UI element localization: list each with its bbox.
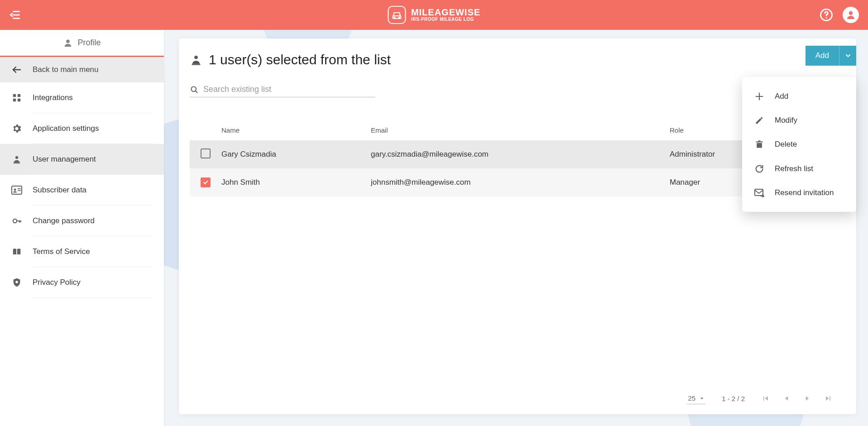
menu-item-add[interactable]: Add bbox=[742, 84, 856, 109]
app-header: MILEAGEWISE IRS-PROOF MILEAGE LOG bbox=[0, 0, 868, 30]
next-page-button[interactable] bbox=[803, 394, 812, 403]
sidebar-back-button[interactable]: Back to main menu bbox=[0, 57, 164, 82]
svg-rect-39 bbox=[757, 143, 762, 148]
menu-item-refresh-list[interactable]: Refresh list bbox=[742, 157, 856, 181]
sidebar-back-label: Back to main menu bbox=[33, 65, 99, 74]
col-email: Email bbox=[371, 126, 670, 134]
search-icon bbox=[190, 85, 199, 94]
menu-item-label: Refresh list bbox=[775, 164, 813, 173]
sidebar-profile-header: Profile bbox=[0, 30, 164, 57]
arrow-left-icon bbox=[11, 64, 23, 75]
pagination-bar: 25 1 - 2 / 2 bbox=[190, 385, 845, 406]
svg-point-25 bbox=[15, 281, 18, 283]
svg-marker-34 bbox=[806, 396, 809, 401]
account-button[interactable] bbox=[843, 7, 859, 23]
brand-logo-icon bbox=[388, 6, 406, 24]
svg-marker-30 bbox=[700, 397, 703, 399]
sidebar-item-label: Change password bbox=[33, 216, 95, 225]
plus-icon bbox=[754, 91, 765, 101]
first-page-button[interactable] bbox=[761, 394, 770, 403]
svg-rect-19 bbox=[18, 188, 21, 189]
collapse-sidebar-button[interactable] bbox=[9, 9, 21, 21]
pencil-icon bbox=[754, 116, 765, 125]
menu-item-label: Modify bbox=[775, 116, 797, 125]
add-button[interactable]: Add bbox=[806, 46, 839, 66]
svg-rect-36 bbox=[830, 396, 830, 401]
menu-item-label: Add bbox=[775, 92, 788, 101]
cell-email: johnsmith@mileagewise.com bbox=[371, 178, 670, 187]
menu-item-label: Resend invitation bbox=[775, 188, 834, 197]
brand-tagline: IRS-PROOF MILEAGE LOG bbox=[411, 17, 480, 22]
key-icon bbox=[11, 215, 23, 226]
sidebar-item-label: User management bbox=[33, 155, 96, 164]
brand-name: MILEAGEWISE bbox=[411, 8, 480, 17]
menu-item-resend-invitation[interactable]: Resend invitation bbox=[742, 181, 856, 205]
svg-point-21 bbox=[13, 219, 17, 223]
svg-point-8 bbox=[849, 11, 853, 15]
cell-name: Gary Csizmadia bbox=[221, 150, 371, 159]
user-selected-icon bbox=[190, 53, 202, 66]
sidebar-item-application-settings[interactable]: Application settings bbox=[0, 113, 164, 144]
sidebar-item-change-password[interactable]: Change password bbox=[0, 206, 164, 236]
cell-name: John Smith bbox=[221, 178, 371, 187]
sidebar-item-label: Integrations bbox=[33, 93, 73, 102]
sidebar-item-label: Terms of Service bbox=[33, 247, 90, 256]
svg-rect-12 bbox=[18, 94, 20, 97]
svg-point-15 bbox=[15, 156, 18, 159]
row-checkbox[interactable] bbox=[201, 148, 211, 158]
svg-rect-23 bbox=[19, 220, 20, 223]
svg-marker-32 bbox=[765, 396, 768, 401]
sidebar-item-integrations[interactable]: Integrations bbox=[0, 82, 164, 113]
svg-rect-42 bbox=[755, 189, 763, 196]
sidebar-item-label: Application settings bbox=[33, 124, 99, 133]
svg-point-5 bbox=[398, 17, 399, 18]
svg-point-7 bbox=[826, 17, 827, 19]
add-dropdown-toggle[interactable] bbox=[839, 46, 856, 66]
svg-point-26 bbox=[194, 56, 197, 59]
svg-line-29 bbox=[196, 91, 197, 92]
page-size-select[interactable]: 25 bbox=[687, 392, 705, 404]
page-title: 1 user(s) selected from the list bbox=[209, 52, 391, 67]
svg-point-9 bbox=[67, 39, 70, 43]
svg-rect-20 bbox=[18, 190, 21, 191]
sidebar-item-terms-of-service[interactable]: Terms of Service bbox=[0, 236, 164, 267]
menu-item-modify[interactable]: Modify bbox=[742, 109, 856, 132]
book-icon bbox=[11, 247, 23, 257]
svg-rect-41 bbox=[758, 140, 761, 141]
svg-rect-13 bbox=[13, 99, 16, 101]
brand-text: MILEAGEWISE IRS-PROOF MILEAGE LOG bbox=[411, 8, 480, 22]
sidebar-item-user-management[interactable]: User management bbox=[0, 144, 164, 175]
actions-menu: AddModifyDeleteRefresh listResend invita… bbox=[742, 77, 856, 212]
search-input[interactable] bbox=[203, 85, 375, 94]
brand-logo-block: MILEAGEWISE IRS-PROOF MILEAGE LOG bbox=[388, 6, 480, 24]
svg-rect-14 bbox=[18, 99, 20, 101]
help-button[interactable] bbox=[818, 7, 834, 23]
last-page-button[interactable] bbox=[824, 394, 833, 403]
svg-marker-35 bbox=[826, 396, 829, 401]
svg-rect-24 bbox=[20, 220, 21, 222]
prev-page-button[interactable] bbox=[782, 394, 791, 403]
col-name: Name bbox=[221, 126, 371, 134]
refresh-icon bbox=[754, 164, 765, 174]
svg-rect-11 bbox=[13, 94, 16, 97]
sidebar: Profile Back to main menu IntegrationsAp… bbox=[0, 30, 164, 426]
svg-point-4 bbox=[394, 17, 395, 18]
menu-item-delete[interactable]: Delete bbox=[742, 132, 856, 157]
trash-icon bbox=[754, 139, 765, 149]
svg-rect-31 bbox=[763, 396, 764, 401]
id-icon bbox=[11, 186, 23, 195]
mail-icon bbox=[754, 188, 765, 197]
row-checkbox[interactable] bbox=[201, 177, 211, 187]
sidebar-item-subscriber-data[interactable]: Subscriber data bbox=[0, 175, 164, 206]
svg-rect-16 bbox=[14, 163, 20, 163]
shield-icon bbox=[11, 277, 23, 288]
gear-icon bbox=[11, 123, 23, 134]
sidebar-profile-label: Profile bbox=[77, 38, 101, 48]
sidebar-item-privacy-policy[interactable]: Privacy Policy bbox=[0, 267, 164, 298]
add-button-group: Add bbox=[806, 46, 856, 66]
page-title-row: 1 user(s) selected from the list bbox=[190, 52, 845, 67]
search-field[interactable] bbox=[190, 85, 375, 97]
sidebar-item-label: Privacy Policy bbox=[33, 278, 81, 287]
grid-icon bbox=[11, 93, 23, 103]
sidebar-item-label: Subscriber data bbox=[33, 186, 86, 195]
